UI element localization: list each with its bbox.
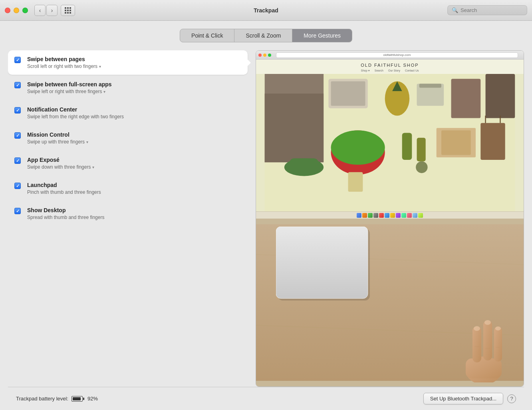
minimize-button[interactable] bbox=[14, 8, 19, 13]
dock-icon bbox=[385, 213, 389, 218]
svg-rect-13 bbox=[402, 133, 412, 160]
gesture-text-launchpad: Launchpad Pinch with thumb and three fin… bbox=[27, 182, 241, 195]
check-icon: ✓ bbox=[16, 83, 20, 88]
gesture-text-swipe-fullscreen: Swipe between full-screen apps Swipe lef… bbox=[27, 81, 241, 94]
bottom-bar: Trackpad battery level: 92% Set Up Bluet… bbox=[8, 387, 524, 410]
browser-preview: oldfaithfulshop.com OLD FAITHFUL SHOP Sh… bbox=[256, 51, 524, 219]
left-panel: ✓ Swipe between pages Scroll left or rig… bbox=[8, 50, 248, 387]
battery-percent: 92% bbox=[87, 396, 98, 402]
dropdown-arrow-icon: ▾ bbox=[86, 140, 88, 144]
svg-rect-14 bbox=[417, 138, 426, 161]
check-icon: ✓ bbox=[16, 209, 20, 213]
svg-point-36 bbox=[474, 326, 480, 331]
gesture-title-launchpad: Launchpad bbox=[27, 182, 241, 188]
svg-rect-2 bbox=[265, 94, 324, 162]
hand-svg bbox=[452, 303, 516, 382]
tab-more-gestures[interactable]: More Gestures bbox=[292, 29, 352, 42]
check-icon: ✓ bbox=[16, 58, 20, 62]
gesture-item-show-desktop: ✓ Show Desktop Spread with thumb and thr… bbox=[8, 201, 248, 226]
close-button[interactable] bbox=[5, 8, 10, 13]
gesture-title-notification-center: Notification Center bbox=[27, 106, 241, 113]
check-icon: ✓ bbox=[16, 133, 20, 138]
tabs-container: Point & Click Scroll & Zoom More Gesture… bbox=[8, 29, 524, 42]
gesture-desc-app-expose[interactable]: Swipe down with three fingers ▾ bbox=[27, 164, 241, 170]
svg-rect-30 bbox=[276, 227, 368, 299]
gesture-item-launchpad: ✓ Launchpad Pinch with thumb and three f… bbox=[8, 176, 248, 201]
dock-icon bbox=[407, 213, 412, 218]
battery-tip bbox=[83, 398, 84, 400]
svg-rect-10 bbox=[486, 74, 515, 118]
shop-name: OLD FAITHFUL SHOP bbox=[361, 60, 419, 69]
dock-icon bbox=[357, 213, 361, 218]
battery-fill bbox=[73, 397, 81, 400]
checkbox-launchpad[interactable]: ✓ bbox=[14, 183, 22, 190]
gesture-desc-launchpad: Pinch with thumb and three fingers bbox=[27, 189, 241, 195]
forward-button[interactable]: › bbox=[46, 5, 58, 16]
dock-icon bbox=[418, 213, 423, 218]
gesture-desc-notification-center: Swipe left from the right edge with two … bbox=[27, 114, 241, 119]
battery-container: Trackpad battery level: 92% bbox=[16, 396, 98, 402]
grid-view-button[interactable] bbox=[61, 5, 75, 16]
dock-icon bbox=[368, 213, 373, 218]
main-content: Point & Click Scroll & Zoom More Gesture… bbox=[0, 21, 532, 410]
svg-rect-19 bbox=[480, 123, 505, 160]
gesture-text-notification-center: Notification Center Swipe left from the … bbox=[27, 106, 241, 119]
svg-point-38 bbox=[495, 326, 501, 330]
checkbox-show-desktop[interactable]: ✓ bbox=[14, 208, 22, 215]
check-icon: ✓ bbox=[16, 108, 20, 113]
gesture-text-mission-control: Mission Control Swipe up with three fing… bbox=[27, 131, 241, 145]
setup-bluetooth-button[interactable]: Set Up Bluetooth Trackpad... bbox=[423, 393, 503, 404]
dock bbox=[256, 211, 524, 219]
checkbox-swipe-fullscreen[interactable]: ✓ bbox=[14, 82, 22, 89]
svg-rect-8 bbox=[419, 84, 441, 88]
battery-label: Trackpad battery level: bbox=[16, 396, 68, 402]
browser-chrome: oldfaithfulshop.com bbox=[256, 51, 524, 60]
grid-icon bbox=[65, 7, 71, 14]
svg-rect-35 bbox=[494, 326, 502, 362]
right-panel: oldfaithfulshop.com OLD FAITHFUL SHOP Sh… bbox=[256, 50, 524, 387]
product-grid bbox=[256, 74, 524, 211]
dock-icon bbox=[401, 213, 406, 218]
dock-icon bbox=[390, 213, 395, 218]
gesture-desc-mission-control[interactable]: Swipe up with three fingers ▾ bbox=[27, 139, 241, 145]
titlebar: ‹ › Trackpad 🔍 bbox=[0, 0, 532, 21]
gesture-text-app-expose: App Exposé Swipe down with three fingers… bbox=[27, 157, 241, 170]
gesture-item-app-expose: ✓ App Exposé Swipe down with three finge… bbox=[8, 151, 248, 175]
dock-icon bbox=[373, 213, 378, 218]
search-bar[interactable]: 🔍 bbox=[447, 5, 527, 15]
product-grid-svg bbox=[256, 74, 524, 211]
checkbox-notification-center[interactable]: ✓ bbox=[14, 107, 22, 114]
traffic-lights bbox=[5, 8, 28, 13]
browser-minimize-dot bbox=[263, 54, 266, 57]
gesture-item-mission-control: ✓ Mission Control Swipe up with three fi… bbox=[8, 126, 248, 150]
svg-rect-16 bbox=[289, 158, 319, 168]
back-button[interactable]: ‹ bbox=[34, 5, 46, 16]
dropdown-arrow-icon: ▾ bbox=[103, 90, 105, 94]
url-text: oldfaithfulshop.com bbox=[383, 53, 411, 57]
checkbox-mission-control[interactable]: ✓ bbox=[14, 132, 22, 139]
content-area: ✓ Swipe between pages Scroll left or rig… bbox=[8, 50, 524, 387]
svg-rect-4 bbox=[331, 81, 365, 105]
svg-rect-18 bbox=[441, 130, 471, 155]
gesture-item-swipe-pages: ✓ Swipe between pages Scroll left or rig… bbox=[8, 50, 248, 75]
dock-icon bbox=[379, 213, 384, 218]
gesture-item-swipe-fullscreen: ✓ Swipe between full-screen apps Swipe l… bbox=[8, 76, 248, 100]
shop-nav: Shop ▾ Search Our Story Contact Us bbox=[361, 69, 419, 72]
browser-zoom-dot bbox=[268, 54, 271, 57]
checkbox-app-expose[interactable]: ✓ bbox=[14, 157, 22, 165]
tab-point-click[interactable]: Point & Click bbox=[180, 29, 234, 42]
svg-rect-23 bbox=[348, 172, 363, 192]
gesture-desc-swipe-pages[interactable]: Scroll left or right with two fingers ▾ bbox=[27, 64, 241, 69]
tab-scroll-zoom[interactable]: Scroll & Zoom bbox=[234, 29, 292, 42]
help-button[interactable]: ? bbox=[507, 394, 516, 403]
svg-rect-32 bbox=[466, 358, 502, 378]
checkbox-swipe-pages[interactable]: ✓ bbox=[14, 57, 22, 64]
dock-icon bbox=[362, 213, 367, 218]
trackpad-preview bbox=[256, 219, 524, 386]
gesture-desc-swipe-fullscreen[interactable]: Swipe left or right with three fingers ▾ bbox=[27, 89, 241, 94]
zoom-button[interactable] bbox=[22, 8, 28, 13]
gesture-title-app-expose: App Exposé bbox=[27, 157, 241, 163]
svg-rect-34 bbox=[483, 320, 492, 360]
search-input[interactable] bbox=[461, 7, 523, 13]
svg-rect-33 bbox=[472, 326, 481, 362]
